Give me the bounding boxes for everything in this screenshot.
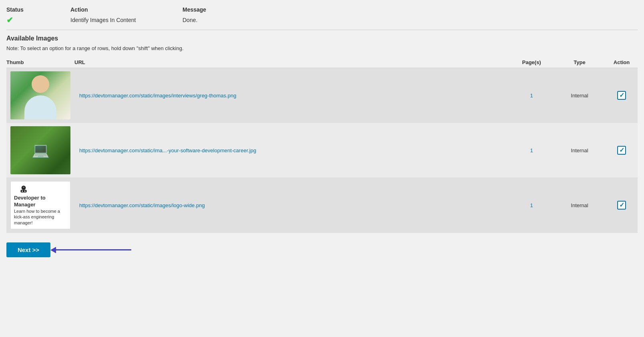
url-cell-2: https://devtomanager.com/static/ima...-y… — [74, 144, 510, 157]
logo-svg-icon — [14, 185, 33, 193]
thumb-cell-2: 💻 — [6, 123, 74, 178]
action-col-header-table: Action — [606, 59, 638, 65]
pages-cell-3: 1 — [510, 202, 554, 208]
next-button[interactable]: Next >> — [6, 242, 50, 257]
url-link-1[interactable]: https://devtomanager.com/static/images/i… — [79, 93, 236, 99]
action-cell-3: ✓ — [606, 201, 638, 210]
check-icon-1: ✓ — [619, 92, 624, 99]
action-value: Identify Images In Content — [70, 17, 183, 23]
action-col-header: Action — [70, 6, 183, 13]
bottom-section: Next >> — [6, 242, 638, 257]
person-body — [24, 95, 56, 119]
logo-title: Developer to Manager — [14, 195, 67, 208]
laptop-thumbnail-2: 💻 — [10, 126, 70, 174]
thumb-col-header: Thumb — [6, 59, 74, 65]
thumb-cell-1 — [6, 68, 74, 123]
url-link-3[interactable]: https://devtomanager.com/static/images/l… — [79, 202, 205, 208]
action-cell-2: ✓ — [606, 146, 638, 155]
table-row: https://devtomanager.com/static/images/i… — [6, 68, 638, 123]
check-icon-2: ✓ — [619, 147, 624, 153]
svg-rect-1 — [21, 190, 27, 192]
person-head — [32, 75, 49, 93]
arrow-line — [55, 249, 131, 250]
checkbox-3[interactable]: ✓ — [617, 201, 626, 210]
status-data-row: ✔ Identify Images In Content Done. — [6, 15, 638, 25]
message-value: Done. — [183, 17, 197, 23]
pages-cell-1: 1 — [510, 93, 554, 99]
status-section: Status Action Message ✔ Identify Images … — [6, 6, 638, 30]
type-cell-2: Internal — [554, 147, 606, 153]
page-container: Status Action Message ✔ Identify Images … — [0, 0, 644, 337]
table-row: 💻 https://devtomanager.com/static/ima...… — [6, 123, 638, 178]
arrow-container — [55, 249, 131, 250]
pages-col-header: Page(s) — [510, 59, 554, 65]
svg-rect-4 — [23, 187, 24, 188]
status-icon-cell: ✔ — [6, 15, 70, 25]
table-row: Developer to Manager Learn how to become… — [6, 178, 638, 233]
message-col-header: Message — [183, 6, 206, 13]
pages-cell-2: 1 — [510, 147, 554, 153]
svg-point-3 — [24, 190, 26, 192]
type-cell-3: Internal — [554, 202, 606, 208]
url-cell-3: https://devtomanager.com/static/images/l… — [74, 199, 510, 212]
action-cell-1: ✓ — [606, 91, 638, 100]
status-col-header: Status — [6, 6, 70, 13]
type-col-header: Type — [554, 59, 606, 65]
available-images-title: Available Images — [6, 35, 638, 42]
checkmark-icon: ✔ — [6, 16, 13, 24]
checkbox-1[interactable]: ✓ — [617, 91, 626, 100]
laptop-icon: 💻 — [32, 142, 50, 159]
images-table: Thumb URL Page(s) Type Action https://de… — [6, 57, 638, 233]
url-col-header: URL — [74, 59, 510, 65]
status-header: Status Action Message — [6, 6, 638, 13]
logo-subtitle: Learn how to become a kick-ass engineeri… — [14, 208, 67, 226]
check-icon-3: ✓ — [619, 202, 624, 208]
checkbox-2[interactable]: ✓ — [617, 146, 626, 155]
svg-point-2 — [22, 190, 23, 192]
arrow-head-icon — [50, 247, 56, 253]
thumb-cell-3: Developer to Manager Learn how to become… — [6, 178, 74, 232]
logo-thumbnail-3: Developer to Manager Learn how to become… — [10, 181, 70, 229]
table-header-row: Thumb URL Page(s) Type Action — [6, 57, 638, 68]
type-cell-1: Internal — [554, 93, 606, 99]
url-cell-1: https://devtomanager.com/static/images/i… — [74, 89, 510, 102]
url-link-2[interactable]: https://devtomanager.com/static/ima...-y… — [79, 147, 256, 153]
note-text: Note: To select an option for a range of… — [6, 45, 638, 51]
person-thumbnail-1 — [10, 71, 70, 119]
